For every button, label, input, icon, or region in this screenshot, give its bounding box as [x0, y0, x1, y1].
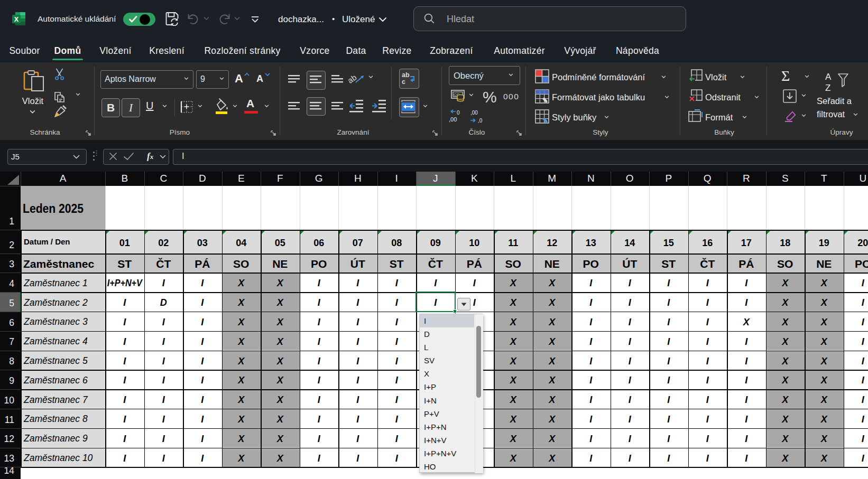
svg-text:X: X [14, 16, 19, 23]
svg-text:,0: ,0 [478, 118, 483, 123]
svg-text:,00: ,00 [449, 116, 457, 123]
svg-text:c: c [402, 78, 405, 86]
svg-text:Z: Z [825, 83, 830, 92]
svg-text:A: A [825, 72, 832, 82]
svg-text:0: 0 [457, 110, 460, 116]
svg-text:ab: ab [402, 71, 410, 79]
svg-text:ab: ab [348, 72, 358, 84]
svg-text:,00: ,00 [470, 110, 478, 116]
